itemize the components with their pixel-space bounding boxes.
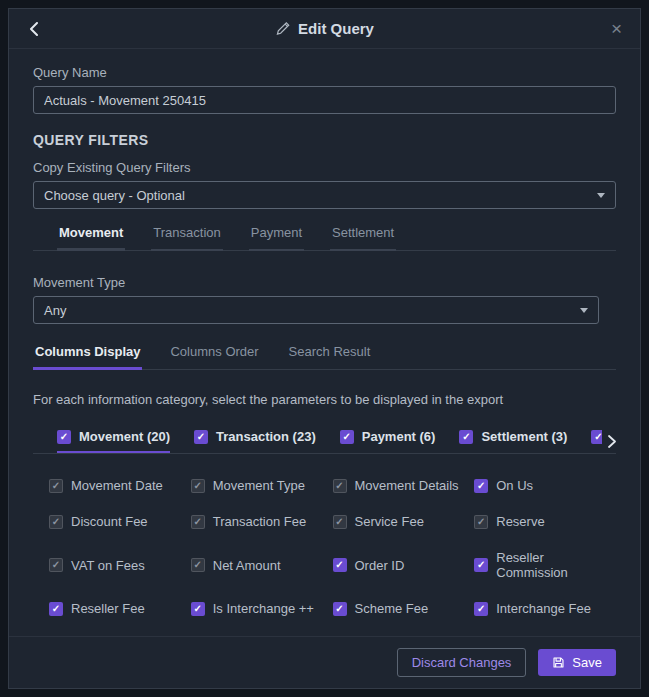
copy-filters-label: Copy Existing Query Filters xyxy=(33,160,616,175)
checkbox-icon xyxy=(49,558,63,572)
category-toggle[interactable]: Movement (20) xyxy=(57,429,170,453)
save-button[interactable]: Save xyxy=(538,649,616,676)
parameter-label: Movement Date xyxy=(71,478,163,493)
checkbox-icon xyxy=(340,430,354,444)
checkbox-icon xyxy=(333,558,347,572)
checkbox-icon xyxy=(191,479,205,493)
display-tab[interactable]: Columns Order xyxy=(168,344,260,370)
scroll-right-button[interactable] xyxy=(602,429,618,453)
parameter-label: Reseller Commission xyxy=(496,550,616,580)
checkbox-icon xyxy=(57,430,71,444)
edit-query-modal: Edit Query × Query Name QUERY FILTERS Co… xyxy=(8,8,641,689)
modal-body: Query Name QUERY FILTERS Copy Existing Q… xyxy=(9,49,640,636)
checkbox-icon xyxy=(459,430,473,444)
filter-category-tab[interactable]: Payment xyxy=(249,225,304,251)
movement-type-label: Movement Type xyxy=(33,275,616,290)
modal-header: Edit Query × xyxy=(9,9,640,49)
movement-type-dropdown-value: Any xyxy=(44,303,66,318)
checkbox-icon xyxy=(191,558,205,572)
parameter-checkbox[interactable]: VAT on Fees xyxy=(49,550,191,580)
category-label: Payment (6) xyxy=(362,429,436,444)
page-title: Edit Query xyxy=(298,20,374,37)
pencil-icon xyxy=(275,21,290,36)
parameter-checkbox[interactable]: Interchange Fee xyxy=(474,601,616,616)
parameters-grid: Movement Date Movement Type Movement Det… xyxy=(33,478,616,636)
checkbox-icon xyxy=(333,602,347,616)
category-label: Transaction (23) xyxy=(216,429,316,444)
parameter-label: Movement Type xyxy=(213,478,305,493)
chevron-left-icon xyxy=(29,22,38,36)
parameter-checkbox[interactable]: Movement Date xyxy=(49,478,191,493)
parameter-label: Reserve xyxy=(496,514,544,529)
parameter-checkbox[interactable]: Movement Details xyxy=(333,478,475,493)
parameter-checkbox[interactable]: Reserve xyxy=(474,514,616,529)
display-tab[interactable]: Columns Display xyxy=(33,344,142,370)
parameter-label: Net Amount xyxy=(213,558,281,573)
copy-query-dropdown-value: Choose query - Optional xyxy=(44,188,185,203)
parameter-checkbox[interactable]: Scheme Fee xyxy=(333,601,475,616)
checkbox-icon xyxy=(191,515,205,529)
query-name-input[interactable] xyxy=(33,86,616,114)
display-tabs: Columns Display Columns Order Search Res… xyxy=(33,344,616,370)
checkbox-icon xyxy=(474,602,488,616)
copy-query-dropdown[interactable]: Choose query - Optional xyxy=(33,181,616,209)
parameter-label: On Us xyxy=(496,478,533,493)
save-label: Save xyxy=(572,655,602,670)
parameter-checkbox[interactable]: Discount Fee xyxy=(49,514,191,529)
instruction-text: For each information category, select th… xyxy=(33,392,616,407)
query-name-label: Query Name xyxy=(33,65,616,80)
parameter-label: Is Interchange ++ xyxy=(213,601,314,616)
parameter-label: Transaction Fee xyxy=(213,514,306,529)
parameter-label: Movement Details xyxy=(355,478,459,493)
parameter-label: Order ID xyxy=(355,558,405,573)
parameter-checkbox[interactable]: Net Amount xyxy=(191,550,333,580)
checkbox-icon xyxy=(194,430,208,444)
modal-footer: Discard Changes Save xyxy=(9,636,640,688)
parameter-label: Reseller Fee xyxy=(71,601,145,616)
parameter-checkbox[interactable]: Service Fee xyxy=(333,514,475,529)
chevron-down-icon xyxy=(580,308,588,313)
checkbox-icon xyxy=(474,515,488,529)
parameter-checkbox[interactable]: Is Interchange ++ xyxy=(191,601,333,616)
parameter-checkbox[interactable]: Movement Type xyxy=(191,478,333,493)
category-checkbox-bar: Movement (20) Transaction (23) Payment (… xyxy=(33,429,616,454)
filter-category-tabs: Movement Transaction Payment Settlement xyxy=(33,225,616,251)
save-icon xyxy=(552,656,565,669)
close-icon[interactable]: × xyxy=(607,17,626,40)
parameter-label: Discount Fee xyxy=(71,514,148,529)
filter-category-tab[interactable]: Transaction xyxy=(151,225,222,251)
parameter-checkbox[interactable]: Order ID xyxy=(333,550,475,580)
parameter-checkbox[interactable]: Transaction Fee xyxy=(191,514,333,529)
checkbox-icon xyxy=(474,558,488,572)
checkbox-icon xyxy=(333,515,347,529)
checkbox-icon xyxy=(49,515,63,529)
category-label: Movement (20) xyxy=(79,429,170,444)
parameter-label: VAT on Fees xyxy=(71,558,145,573)
category-label: Settlement (3) xyxy=(481,429,567,444)
parameter-label: Scheme Fee xyxy=(355,601,429,616)
checkbox-icon xyxy=(49,602,63,616)
parameter-checkbox[interactable]: Reseller Fee xyxy=(49,601,191,616)
parameter-label: Service Fee xyxy=(355,514,424,529)
movement-type-dropdown[interactable]: Any xyxy=(33,296,599,324)
chevron-right-icon xyxy=(608,435,616,448)
display-tab[interactable]: Search Result xyxy=(287,344,373,370)
category-toggle[interactable]: Transaction (23) xyxy=(194,429,316,453)
checkbox-icon xyxy=(474,479,488,493)
checkbox-icon xyxy=(333,479,347,493)
checkbox-icon xyxy=(49,479,63,493)
filter-category-tab[interactable]: Settlement xyxy=(330,225,396,251)
category-toggle[interactable]: Settlement (3) xyxy=(459,429,567,453)
parameter-checkbox[interactable]: Reseller Commission xyxy=(474,550,616,580)
query-filters-heading: QUERY FILTERS xyxy=(33,132,616,148)
parameter-label: Interchange Fee xyxy=(496,601,591,616)
checkbox-icon xyxy=(191,602,205,616)
category-toggle[interactable]: Payment (6) xyxy=(340,429,436,453)
chevron-down-icon xyxy=(597,193,605,198)
modal-title-wrap: Edit Query xyxy=(275,20,374,37)
discard-changes-button[interactable]: Discard Changes xyxy=(397,648,527,677)
parameter-checkbox[interactable]: On Us xyxy=(474,478,616,493)
filter-category-tab[interactable]: Movement xyxy=(57,225,125,251)
back-button[interactable] xyxy=(23,18,44,40)
